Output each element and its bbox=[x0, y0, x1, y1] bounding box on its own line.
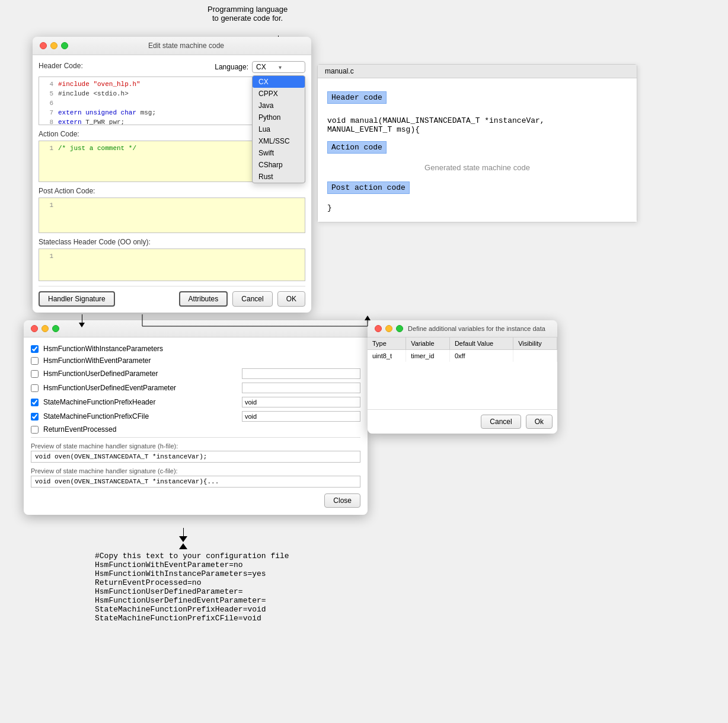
col-visibility: Visibility bbox=[513, 337, 557, 350]
attributes-connector bbox=[136, 314, 385, 338]
cb-event-param-label: HsmFunctionWithEventParameter bbox=[43, 356, 360, 365]
lang-option-xmlssc[interactable]: XML/SSC bbox=[253, 135, 305, 147]
define-minimize-button[interactable] bbox=[385, 325, 392, 332]
col-default: Default Value bbox=[449, 337, 513, 350]
post-action-area[interactable]: 1 bbox=[39, 198, 305, 233]
handler-maximize-button[interactable] bbox=[52, 325, 59, 332]
language-label: Language: bbox=[215, 63, 248, 71]
minimize-button[interactable] bbox=[50, 42, 58, 49]
define-window: Define additional variables for the inst… bbox=[368, 320, 557, 434]
ok-button[interactable]: OK bbox=[277, 291, 305, 307]
language-dropdown-container: CX ▾ CX CPPX Java Python Lua XML/SSC Swi… bbox=[252, 61, 305, 73]
cb-instance-params[interactable] bbox=[31, 345, 39, 353]
cb-user-defined-param-label: HsmFunctionUserDefinedParameter bbox=[43, 370, 237, 378]
stateclass-area[interactable]: 1 bbox=[39, 249, 305, 281]
cb-user-defined-event-param-label: HsmFunctionUserDefinedEventParameter bbox=[43, 384, 237, 392]
cb-instance-params-label: HsmFunctionWithInstanceParameters bbox=[43, 345, 360, 353]
define-maximize-button[interactable] bbox=[396, 325, 403, 332]
config-line-3: ReturnEventProcessed=no bbox=[95, 578, 289, 587]
handler-arrow-down bbox=[79, 314, 85, 327]
action-code-box: Action code bbox=[327, 141, 387, 154]
closing-brace: } bbox=[327, 203, 627, 212]
post-action-line-1: 1 bbox=[41, 200, 302, 210]
config-line-0: #Copy this text to your configuration fi… bbox=[95, 552, 289, 560]
preview-c-value: void oven(OVEN_INSTANCEDATA_T *instanceV… bbox=[31, 476, 360, 488]
variables-table: Type Variable Default Value Visibility u… bbox=[368, 337, 557, 362]
col-variable: Variable bbox=[406, 337, 450, 350]
cancel-button[interactable]: Cancel bbox=[232, 291, 272, 307]
config-line-4: HsmFunctionUserDefinedParameter= bbox=[95, 587, 289, 596]
generated-comment: Generated state machine code bbox=[327, 163, 627, 172]
dropdown-arrow-icon: ▾ bbox=[279, 64, 301, 71]
action-code-highlight: Action code bbox=[327, 138, 627, 157]
cb-prefix-header-label: StateMachineFunctionPrefixHeader bbox=[43, 398, 237, 406]
define-body: Type Variable Default Value Visibility u… bbox=[368, 337, 557, 434]
lang-option-lua[interactable]: Lua bbox=[253, 123, 305, 135]
header-row: Header Code: Language: CX ▾ CX CPPX Java… bbox=[39, 61, 305, 73]
lang-option-cx[interactable]: CX bbox=[253, 76, 305, 88]
user-defined-param-input[interactable] bbox=[242, 368, 360, 379]
edit-window: Edit state machine code Header Code: Lan… bbox=[33, 37, 311, 313]
prefix-header-input[interactable] bbox=[242, 397, 360, 407]
header-code-box: Header code bbox=[327, 91, 387, 104]
stateclass-line-1: 1 bbox=[41, 251, 302, 261]
config-line-2: HsmFunctionWithInstanceParameters=yes bbox=[95, 569, 289, 578]
cell-default: 0xff bbox=[449, 350, 513, 362]
cb-prefix-cfile-label: StateMachineFunctionPrefixCFile bbox=[43, 412, 237, 421]
close-button[interactable] bbox=[40, 42, 47, 49]
table-header-row: Type Variable Default Value Visibility bbox=[368, 337, 557, 350]
cb-prefix-cfile[interactable] bbox=[31, 413, 39, 421]
handler-button-row: Close bbox=[31, 493, 360, 508]
preview-body: Header code void manual(MANUAL_INSTANCED… bbox=[318, 78, 637, 222]
attributes-button[interactable]: Attributes bbox=[179, 291, 228, 307]
edit-button-row: Handler Signature Attributes Cancel OK bbox=[39, 286, 305, 307]
handler-window: HsmFunctionWithInstanceParameters HsmFun… bbox=[24, 320, 368, 515]
stateclass-label: Stateclass Header Code (OO only): bbox=[39, 238, 305, 246]
func-sig-line1: void manual(MANUAL_INSTANCEDATA_T *insta… bbox=[327, 116, 545, 125]
col-type: Type bbox=[368, 337, 406, 350]
lang-option-cppx[interactable]: CPPX bbox=[253, 88, 305, 100]
config-line-6: StateMachineFunctionPrefixHeader=void bbox=[95, 605, 289, 614]
post-action-box: Post action code bbox=[327, 181, 410, 194]
lang-option-rust[interactable]: Rust bbox=[253, 171, 305, 183]
handler-close-button[interactable] bbox=[31, 325, 38, 332]
user-defined-event-param-input[interactable] bbox=[242, 383, 360, 393]
cb-user-defined-event-param[interactable] bbox=[31, 384, 39, 392]
edit-window-body: Header Code: Language: CX ▾ CX CPPX Java… bbox=[33, 55, 311, 313]
preview-filename: manual.c bbox=[318, 65, 637, 78]
config-line-5: HsmFunctionUserDefinedEventParameter= bbox=[95, 596, 289, 605]
handler-close-btn[interactable]: Close bbox=[324, 493, 360, 508]
maximize-button[interactable] bbox=[61, 42, 68, 49]
handler-minimize-button[interactable] bbox=[41, 325, 49, 332]
cb-row-2: HsmFunctionWithEventParameter bbox=[31, 356, 360, 365]
preview-window: manual.c Header code void manual(MANUAL_… bbox=[317, 64, 637, 222]
language-dropdown[interactable]: CX ▾ bbox=[252, 61, 305, 73]
handler-signature-button[interactable]: Handler Signature bbox=[39, 291, 115, 307]
traffic-lights bbox=[40, 42, 68, 49]
language-menu: CX CPPX Java Python Lua XML/SSC Swift CS… bbox=[252, 75, 305, 183]
cb-row-5: StateMachineFunctionPrefixHeader bbox=[31, 397, 360, 407]
cb-event-param[interactable] bbox=[31, 357, 39, 365]
svg-marker-3 bbox=[365, 316, 371, 320]
handler-body: HsmFunctionWithInstanceParameters HsmFun… bbox=[24, 337, 368, 515]
lang-option-csharp[interactable]: CSharp bbox=[253, 159, 305, 171]
table-row: uint8_t timer_id 0xff bbox=[368, 350, 557, 362]
cb-user-defined-param[interactable] bbox=[31, 370, 39, 378]
define-cancel-button[interactable]: Cancel bbox=[481, 415, 521, 429]
handler-traffic-lights bbox=[31, 325, 59, 332]
lang-option-swift[interactable]: Swift bbox=[253, 147, 305, 159]
define-button-row: Cancel Ok bbox=[368, 409, 557, 434]
config-text-block: #Copy this text to your configuration fi… bbox=[95, 552, 289, 623]
preview-h-label: Preview of state machine handler signatu… bbox=[31, 442, 360, 450]
lang-option-java[interactable]: Java bbox=[253, 100, 305, 112]
cb-return-event[interactable] bbox=[31, 426, 39, 434]
define-ok-button[interactable]: Ok bbox=[526, 415, 553, 429]
define-window-title: Define additional variables for the inst… bbox=[403, 325, 550, 332]
cb-prefix-header[interactable] bbox=[31, 399, 39, 406]
cell-variable: timer_id bbox=[406, 350, 450, 362]
post-action-label: Post Action Code: bbox=[39, 187, 305, 195]
prefix-cfile-input[interactable] bbox=[242, 411, 360, 422]
lang-option-python[interactable]: Python bbox=[253, 112, 305, 123]
cb-row-4: HsmFunctionUserDefinedEventParameter bbox=[31, 383, 360, 393]
empty-area bbox=[368, 362, 557, 409]
